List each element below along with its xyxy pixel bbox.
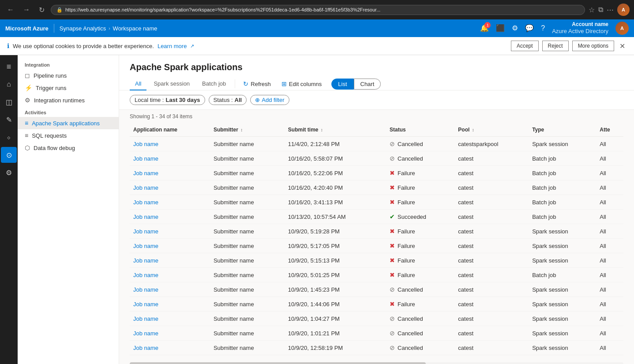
cell-job-name[interactable]: Job name <box>130 210 210 224</box>
job-name-link[interactable]: Job name <box>133 301 158 308</box>
cloud-shell-button[interactable]: ⬛ <box>496 24 505 32</box>
job-name-link[interactable]: Job name <box>133 257 158 264</box>
browser-menu-button[interactable]: ⋯ <box>607 6 614 14</box>
refresh-button[interactable]: ↻ Refresh <box>239 78 275 90</box>
reject-button[interactable]: Reject <box>542 41 569 51</box>
add-filter-button[interactable]: ⊕ Add filter <box>250 95 289 105</box>
cell-type: Batch job <box>529 166 596 180</box>
sidebar-item-develop[interactable]: ✎ <box>1 112 17 128</box>
data-flow-debug-icon: ⬡ <box>25 144 30 151</box>
browser-refresh-button[interactable]: ↻ <box>36 4 47 16</box>
browser-back-button[interactable]: ← <box>4 4 17 15</box>
cell-job-name[interactable]: Job name <box>130 268 210 282</box>
list-view-button[interactable]: List <box>331 79 353 90</box>
nav-item-trigger-runs[interactable]: ⚡ Trigger runs <box>18 82 119 94</box>
cell-job-name[interactable]: Job name <box>130 253 210 268</box>
cell-job-name[interactable]: Job name <box>130 137 210 151</box>
status-label: Cancelled <box>398 155 423 162</box>
user-avatar[interactable]: A <box>615 22 629 35</box>
time-filter-chip[interactable]: Local time : Last 30 days <box>130 95 205 105</box>
sidebar-item-integrate[interactable]: ⬦ <box>1 129 17 145</box>
browser-address-bar[interactable]: 🔒 https://web.azuresynapse.net/monitorin… <box>51 5 585 15</box>
learn-more-link[interactable]: Learn more <box>158 43 187 49</box>
cell-atte: All <box>596 341 623 355</box>
col-submit-time[interactable]: Submit time ↕ <box>285 123 386 137</box>
job-name-link[interactable]: Job name <box>133 170 158 176</box>
cell-job-name[interactable]: Job name <box>130 341 210 355</box>
browser-tab-button[interactable]: ⧉ <box>598 6 603 14</box>
table-row: Job name Submitter name 10/9/20, 1:45:23… <box>130 282 623 297</box>
cell-job-name[interactable]: Job name <box>130 297 210 311</box>
status-icon: ✖ <box>390 271 395 278</box>
job-name-link[interactable]: Job name <box>133 199 158 206</box>
browser-forward-button[interactable]: → <box>20 4 33 15</box>
cell-job-name[interactable]: Job name <box>130 180 210 195</box>
cell-atte: All <box>596 268 623 282</box>
cell-job-name[interactable]: Job name <box>130 326 210 341</box>
status-icon: ✖ <box>390 300 395 308</box>
cell-job-name[interactable]: Job name <box>130 282 210 297</box>
tab-batch-job[interactable]: Batch job <box>197 78 231 90</box>
cell-job-name[interactable]: Job name <box>130 239 210 253</box>
job-name-link[interactable]: Job name <box>133 243 158 249</box>
cell-status: ⊘ Cancelled <box>386 311 454 326</box>
settings-button[interactable]: ⚙ <box>512 24 518 32</box>
job-name-link[interactable]: Job name <box>133 155 158 162</box>
cell-submitter: Submitter name <box>210 166 285 180</box>
col-submitter[interactable]: Submitter ↕ <box>210 123 285 137</box>
breadcrumb-chevron: › <box>109 26 110 31</box>
breadcrumb-workspace[interactable]: Workspace name <box>113 25 158 32</box>
add-filter-icon: ⊕ <box>255 97 260 103</box>
cell-job-name[interactable]: Job name <box>130 166 210 180</box>
edit-columns-button[interactable]: ⊞ Edit columns <box>277 78 326 90</box>
feedback-button[interactable]: 💬 <box>525 24 534 32</box>
tab-spark-session[interactable]: Spark session <box>148 78 195 90</box>
table-row: Job name Submitter name 10/16/20, 5:22:0… <box>130 166 623 180</box>
breadcrumb-synapse[interactable]: Synapse Analytics <box>60 25 106 32</box>
spark-applications-table: Application name Submitter ↕ Submit time… <box>130 123 623 355</box>
notifications-button[interactable]: 🔔 1 <box>480 24 489 32</box>
job-name-link[interactable]: Job name <box>133 330 158 337</box>
accept-button[interactable]: Accept <box>511 41 539 51</box>
nav-item-spark-applications[interactable]: ≡ Apache Spark applications <box>18 117 119 129</box>
job-name-link[interactable]: Job name <box>133 228 158 235</box>
tab-all[interactable]: All <box>130 78 146 90</box>
sidebar-item-home[interactable]: ⌂ <box>1 76 17 92</box>
job-name-link[interactable]: Job name <box>133 272 158 278</box>
cell-pool: catest <box>454 253 529 268</box>
cell-submit-time: 10/13/20, 10:57:54 AM <box>285 210 386 224</box>
nav-item-sql-requests[interactable]: ≡ SQL requests <box>18 129 119 142</box>
sidebar-item-monitor[interactable]: ⊙ <box>1 147 17 163</box>
cell-job-name[interactable]: Job name <box>130 311 210 326</box>
nav-item-integration-runtimes[interactable]: ⚙ Integration runtimes <box>18 94 119 106</box>
table-row: Job name Submitter name 10/9/20, 1:04:27… <box>130 311 623 326</box>
job-name-link[interactable]: Job name <box>133 184 158 191</box>
status-filter-chip[interactable]: Status : All <box>209 95 247 105</box>
browser-star-button[interactable]: ☆ <box>589 6 595 14</box>
more-options-button[interactable]: More options <box>572 41 614 51</box>
help-button[interactable]: ? <box>541 24 545 32</box>
cell-pool: catest <box>454 297 529 311</box>
sidebar-item-manage[interactable]: ⚙ <box>1 165 17 180</box>
job-name-link[interactable]: Job name <box>133 214 158 220</box>
nav-item-data-flow-debug[interactable]: ⬡ Data flow debug <box>18 142 119 154</box>
sidebar-expand-button[interactable]: ≡ <box>1 59 17 75</box>
table-row: Job name Submitter name 10/9/20, 1:44:06… <box>130 297 623 311</box>
nav-item-pipeline-runs[interactable]: ◻ Pipeline runs <box>18 69 119 82</box>
job-name-link[interactable]: Job name <box>133 315 158 322</box>
job-name-link[interactable]: Job name <box>133 286 158 293</box>
job-name-link[interactable]: Job name <box>133 345 158 351</box>
cookie-close-button[interactable]: ✕ <box>618 41 627 51</box>
cell-atte: All <box>596 297 623 311</box>
cell-submitter: Submitter name <box>210 326 285 341</box>
cell-job-name[interactable]: Job name <box>130 195 210 210</box>
col-pool[interactable]: Pool ↕ <box>454 123 529 137</box>
cell-submit-time: 11/4/20, 2:12:48 PM <box>285 137 386 151</box>
horizontal-scrollbar[interactable] <box>130 362 623 364</box>
job-name-link[interactable]: Job name <box>133 141 158 147</box>
azure-logo: Microsoft Azure <box>5 25 49 32</box>
chart-view-button[interactable]: Chart <box>354 79 381 90</box>
cell-job-name[interactable]: Job name <box>130 151 210 166</box>
sidebar-item-data[interactable]: ◫ <box>1 94 17 110</box>
cell-job-name[interactable]: Job name <box>130 224 210 239</box>
